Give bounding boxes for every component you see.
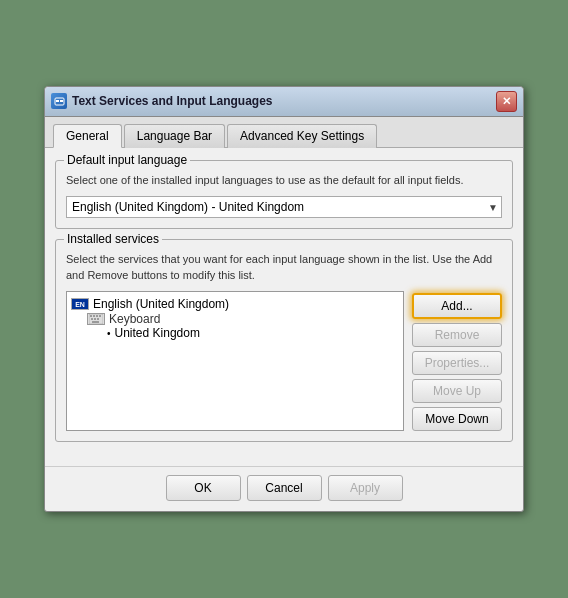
window-title: Text Services and Input Languages	[72, 94, 273, 108]
move-up-button[interactable]: Move Up	[412, 379, 502, 403]
remove-button[interactable]: Remove	[412, 323, 502, 347]
cancel-button[interactable]: Cancel	[247, 475, 322, 501]
tab-advanced-key-settings[interactable]: Advanced Key Settings	[227, 124, 377, 148]
default-input-label: Default input language	[64, 153, 190, 167]
title-bar: Text Services and Input Languages ✕	[45, 87, 523, 117]
services-area: EN English (United Kingdom)	[66, 291, 502, 431]
keyboard-item: Keyboard	[71, 312, 399, 326]
language-dropdown-wrapper: English (United Kingdom) - United Kingdo…	[66, 196, 502, 218]
language-label: English (United Kingdom)	[93, 297, 229, 311]
dialog-footer: OK Cancel Apply	[45, 466, 523, 511]
svg-rect-9	[94, 318, 96, 320]
svg-rect-5	[93, 315, 95, 317]
svg-rect-8	[91, 318, 93, 320]
tab-language-bar[interactable]: Language Bar	[124, 124, 225, 148]
add-button[interactable]: Add...	[412, 293, 502, 319]
svg-rect-2	[60, 100, 63, 102]
layout-label: United Kingdom	[115, 326, 200, 340]
default-input-group: Default input language Select one of the…	[55, 160, 513, 229]
installed-services-label: Installed services	[64, 232, 162, 246]
language-flag-en: EN	[71, 298, 89, 310]
svg-rect-6	[96, 315, 98, 317]
svg-rect-1	[56, 100, 59, 102]
svg-rect-10	[97, 318, 99, 320]
layout-item-uk: • United Kingdom	[71, 326, 399, 340]
keyboard-label: Keyboard	[109, 312, 160, 326]
tab-content: Default input language Select one of the…	[45, 148, 523, 462]
svg-rect-7	[99, 315, 101, 317]
language-item-english: EN English (United Kingdom)	[71, 296, 399, 312]
close-button[interactable]: ✕	[496, 91, 517, 112]
properties-button[interactable]: Properties...	[412, 351, 502, 375]
default-input-description: Select one of the installed input langua…	[66, 173, 502, 188]
apply-button[interactable]: Apply	[328, 475, 403, 501]
tab-bar: General Language Bar Advanced Key Settin…	[45, 117, 523, 148]
bullet-icon: •	[107, 328, 111, 339]
tab-general[interactable]: General	[53, 124, 122, 148]
side-buttons: Add... Remove Properties... Move Up Move…	[412, 291, 502, 431]
language-dropdown[interactable]: English (United Kingdom) - United Kingdo…	[66, 196, 502, 218]
services-tree[interactable]: EN English (United Kingdom)	[66, 291, 404, 431]
ok-button[interactable]: OK	[166, 475, 241, 501]
move-down-button[interactable]: Move Down	[412, 407, 502, 431]
installed-services-group: Installed services Select the services t…	[55, 239, 513, 442]
svg-rect-4	[90, 315, 92, 317]
svg-rect-11	[92, 321, 99, 323]
keyboard-icon	[87, 313, 105, 325]
dialog-window: Text Services and Input Languages ✕ Gene…	[44, 86, 524, 512]
window-icon	[51, 93, 67, 109]
installed-services-description: Select the services that you want for ea…	[66, 252, 502, 283]
